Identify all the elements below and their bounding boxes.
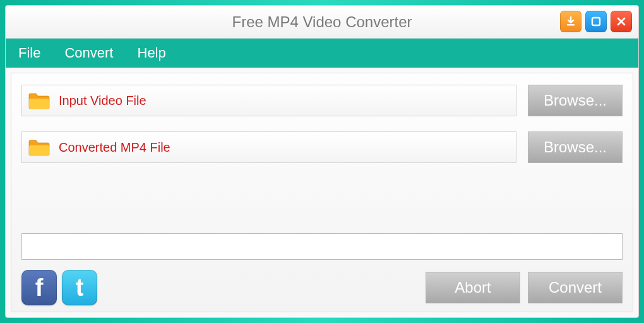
app-inner: Free MP4 Video Converter — [5, 5, 639, 318]
app-title: Free MP4 Video Converter — [13, 13, 631, 31]
twitter-button[interactable]: t — [62, 270, 97, 305]
facebook-button[interactable]: f — [21, 270, 57, 305]
actions: Abort Convert — [426, 272, 623, 303]
menu-convert[interactable]: Convert — [64, 45, 113, 61]
input-row: Input Video File Browse... — [21, 85, 623, 116]
maximize-button[interactable] — [585, 11, 607, 32]
browse-output-button[interactable]: Browse... — [528, 131, 623, 163]
convert-button[interactable]: Convert — [528, 272, 623, 303]
close-button[interactable] — [611, 11, 632, 32]
menu-file[interactable]: File — [18, 45, 40, 61]
download-icon — [565, 16, 576, 27]
abort-button[interactable]: Abort — [426, 272, 520, 303]
maximize-icon — [590, 16, 602, 27]
folder-icon — [28, 92, 50, 109]
spacer — [21, 178, 623, 233]
close-icon — [616, 16, 627, 27]
progress-bar — [21, 233, 623, 260]
bottom-bar: f t Abort Convert — [21, 270, 623, 305]
twitter-icon: t — [76, 274, 84, 302]
app-window: Free MP4 Video Converter — [0, 0, 644, 323]
output-row: Converted MP4 File Browse... — [21, 131, 623, 163]
menu-help[interactable]: Help — [138, 45, 166, 61]
output-file-field[interactable]: Converted MP4 File — [21, 131, 516, 163]
download-button[interactable] — [560, 11, 581, 32]
svg-rect-1 — [592, 18, 600, 25]
window-controls — [560, 11, 632, 32]
input-file-field[interactable]: Input Video File — [21, 85, 516, 116]
input-file-label: Input Video File — [59, 94, 146, 108]
browse-input-button[interactable]: Browse... — [528, 85, 623, 116]
output-file-label: Converted MP4 File — [59, 140, 170, 155]
titlebar: Free MP4 Video Converter — [6, 6, 638, 39]
facebook-icon: f — [35, 274, 44, 302]
folder-icon — [28, 138, 50, 156]
content-area: Input Video File Browse... Converted MP4… — [11, 73, 633, 312]
menubar: File Convert Help — [6, 39, 638, 68]
svg-rect-0 — [567, 24, 575, 26]
